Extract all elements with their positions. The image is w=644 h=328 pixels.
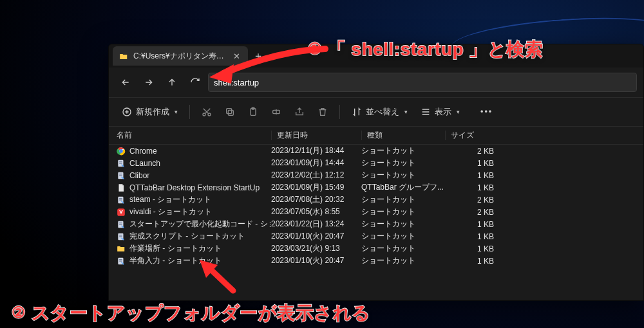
address-bar[interactable]	[208, 73, 637, 92]
chevron-down-icon: ▾	[404, 109, 408, 115]
svg-rect-18	[119, 199, 122, 200]
file-size: 1 KB	[445, 220, 497, 229]
folder-icon	[119, 52, 128, 60]
file-type: ショートカット	[361, 206, 445, 217]
file-date: 2023/01/10(火) 20:47	[271, 255, 361, 266]
paste-button[interactable]	[243, 102, 263, 122]
col-size[interactable]: サイズ	[445, 131, 497, 140]
view-button-label: 表示	[435, 107, 451, 118]
new-button-label: 新規作成	[136, 107, 169, 118]
file-name: vivaldi - ショートカット	[129, 206, 212, 217]
annotation-1: ① 「 shell:startup 」と検索	[308, 37, 543, 62]
svg-rect-22	[119, 224, 122, 224]
file-icon	[117, 232, 126, 241]
file-date: 2023/12/02(土) 12:12	[271, 170, 361, 181]
file-size: 2 KB	[445, 208, 497, 217]
file-date: 2023/01/09(月) 14:44	[271, 158, 361, 169]
table-row[interactable]: スタートアップで最小化起動コード - ショートカット2023/01/22(日) …	[109, 218, 643, 230]
svg-rect-12	[119, 163, 122, 163]
file-icon	[117, 257, 126, 266]
file-explorer-window: C:¥Users¥ナポリタン寿司¥AppD: ✕ ＋ 新規作成 ▾	[108, 44, 644, 301]
file-date: 2023/12/11(月) 18:44	[271, 145, 361, 156]
file-date: 2023/01/22(日) 13:24	[271, 219, 361, 230]
annotation-1-text: 「 shell:startup 」と検索	[328, 39, 544, 59]
refresh-button[interactable]	[185, 72, 205, 93]
file-name: steam - ショートカット	[129, 194, 211, 205]
file-size: 2 KB	[445, 147, 497, 156]
forward-button[interactable]	[138, 72, 159, 93]
svg-rect-28	[119, 260, 122, 261]
svg-rect-11	[119, 161, 122, 162]
address-input[interactable]	[214, 78, 631, 87]
file-type: ショートカット	[361, 170, 445, 181]
up-button[interactable]	[162, 72, 182, 93]
rename-button[interactable]	[266, 102, 287, 122]
file-size: 2 KB	[445, 196, 497, 205]
file-name: Clibor	[129, 171, 149, 180]
file-type: ショートカット	[361, 219, 445, 230]
command-toolbar: 新規作成 ▾ 並べ替え ▾ 表示 ▾	[109, 97, 643, 127]
view-button[interactable]: 表示 ▾	[415, 102, 465, 122]
file-list: 名前 更新日時 種類 サイズ Chrome2023/12/11(月) 18:44…	[109, 127, 643, 300]
file-icon	[117, 171, 126, 180]
file-type: ショートカット	[361, 194, 445, 205]
table-row[interactable]: Chrome2023/12/11(月) 18:44ショートカット2 KB	[109, 145, 643, 157]
close-tab-button[interactable]: ✕	[231, 50, 243, 62]
file-size: 1 KB	[445, 159, 497, 168]
file-date: 2023/07/08(土) 20:32	[271, 194, 361, 205]
more-button[interactable]: •••	[475, 102, 498, 122]
file-icon	[117, 196, 126, 205]
svg-point-2	[208, 113, 211, 116]
svg-rect-4	[227, 109, 232, 114]
more-icon: •••	[480, 107, 493, 116]
file-type: ショートカット	[361, 158, 445, 169]
table-row[interactable]: 作業場所 - ショートカット2023/03/21(火) 9:13ショートカット1…	[109, 242, 643, 255]
chevron-down-icon: ▾	[457, 109, 460, 115]
col-name[interactable]: 名前	[117, 131, 271, 140]
file-date: 2023/01/09(月) 15:49	[271, 182, 361, 193]
new-tab-button[interactable]: ＋	[249, 47, 267, 65]
file-name: スタートアップで最小化起動コード - ショートカット	[129, 219, 271, 230]
svg-rect-15	[119, 175, 122, 176]
file-size: 1 KB	[445, 232, 497, 241]
annotation-2-text: スタートアップフォルダーが表示される	[32, 303, 371, 323]
svg-rect-3	[228, 110, 233, 115]
sort-button[interactable]: 並べ替え ▾	[346, 102, 413, 122]
back-button[interactable]	[115, 72, 136, 93]
file-size: 1 KB	[445, 244, 497, 253]
file-icon	[117, 147, 126, 156]
file-icon	[117, 208, 126, 217]
nav-bar	[109, 68, 643, 97]
file-size: 1 KB	[445, 171, 497, 180]
file-icon	[117, 244, 126, 253]
table-row[interactable]: 完成スクリプト - ショートカット2023/01/10(火) 20:47ショート…	[109, 230, 643, 242]
svg-point-9	[119, 149, 123, 153]
delete-button[interactable]	[312, 102, 333, 122]
col-type[interactable]: 種類	[361, 131, 445, 140]
table-row[interactable]: vivaldi - ショートカット2023/07/05(水) 8:55ショートカ…	[109, 206, 643, 218]
cut-button[interactable]	[196, 102, 217, 122]
table-row[interactable]: steam - ショートカット2023/07/08(土) 20:32ショートカッ…	[109, 194, 643, 206]
file-type: QTTabBar グループフ...	[361, 182, 445, 193]
share-button[interactable]	[289, 102, 310, 122]
table-row[interactable]: QTTabBar Desktop Extension StartUp2023/0…	[109, 181, 643, 194]
svg-rect-25	[119, 236, 122, 237]
column-headers: 名前 更新日時 種類 サイズ	[109, 127, 643, 145]
annotation-1-number: ①	[308, 40, 323, 58]
col-date[interactable]: 更新日時	[271, 131, 361, 140]
file-icon	[117, 183, 126, 192]
tab-title: C:¥Users¥ナポリタン寿司¥AppD:	[133, 51, 225, 62]
svg-rect-21	[119, 223, 122, 223]
file-icon	[117, 220, 126, 229]
file-icon	[117, 159, 126, 168]
file-name: CLaunch	[129, 159, 160, 168]
new-button[interactable]: 新規作成 ▾	[117, 102, 183, 122]
table-row[interactable]: 半角入力 - ショートカット2023/01/10(火) 20:47ショートカット…	[109, 255, 643, 267]
table-row[interactable]: Clibor2023/12/02(土) 12:12ショートカット1 KB	[109, 169, 643, 181]
file-date: 2023/01/10(火) 20:47	[271, 231, 361, 242]
tab-active[interactable]: C:¥Users¥ナポリタン寿司¥AppD: ✕	[113, 46, 248, 66]
copy-button[interactable]	[220, 102, 240, 122]
table-row[interactable]: CLaunch2023/01/09(月) 14:44ショートカット1 KB	[109, 157, 643, 169]
file-type: ショートカット	[361, 243, 445, 254]
file-type: ショートカット	[361, 145, 445, 156]
